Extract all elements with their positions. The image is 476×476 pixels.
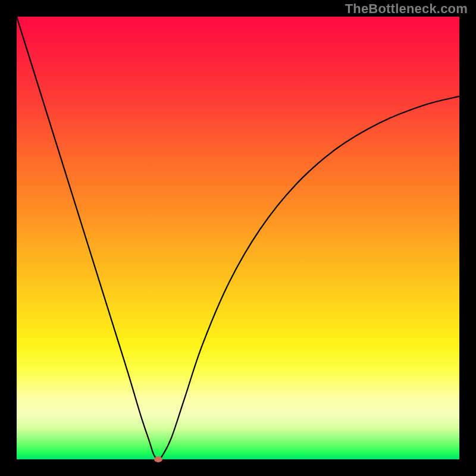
minimum-marker bbox=[154, 456, 162, 462]
plot-area bbox=[17, 17, 459, 459]
bottleneck-curve bbox=[17, 17, 459, 459]
watermark-text: TheBottleneck.com bbox=[345, 1, 468, 17]
chart-frame: TheBottleneck.com bbox=[0, 0, 476, 476]
